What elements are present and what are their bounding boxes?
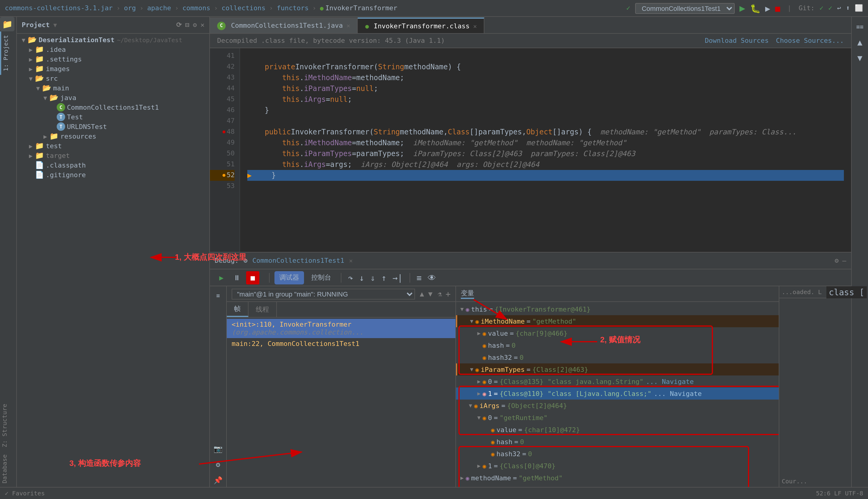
frame-item-0[interactable]: <init>:110, InvokerTransformer (org.apac… — [227, 319, 455, 338]
var-value-1[interactable]: ▶ ◉ value = {char[9]@466} — [456, 327, 779, 339]
evaluate-icon[interactable]: ≡ — [415, 273, 424, 282]
git-undo[interactable]: ↩ — [837, 4, 841, 12]
tree-gitignore[interactable]: 📄 .gitignore — [17, 170, 209, 180]
var-iArgs[interactable]: ▼ ◉ iArgs = {Object[2]@464} — [456, 400, 779, 412]
debug-tab-close[interactable]: ✕ — [349, 257, 353, 264]
coverage-button[interactable]: ▶ — [765, 3, 770, 13]
debugger-tab-btn[interactable]: 调试器 — [274, 271, 304, 284]
debug-right-extra: ...oaded. L Cour... — [779, 286, 851, 487]
resume-btn[interactable]: ▶ — [215, 271, 228, 284]
tree-cc1test[interactable]: C CommonCollections1Test1 — [17, 102, 209, 112]
run-to-cursor-icon[interactable]: →| — [391, 273, 405, 282]
var-iArgs-0-hash[interactable]: ◉ hash = 0 — [456, 436, 779, 448]
code-line-42: private InvokerTransformer(String method… — [247, 61, 844, 72]
editor-debug-area: C CommonCollections1Test1.java ✕ ● Invok… — [210, 17, 851, 487]
thread-filter-icon[interactable]: ⚗ — [438, 290, 442, 298]
structure-tab[interactable]: Z: Structure — [0, 400, 16, 451]
pause-btn[interactable]: ⏸ — [230, 271, 244, 284]
var-methodName[interactable]: ▶ ◉ methodName = "getMethod" — [456, 472, 779, 484]
var-paramTypes[interactable]: ▶ ◉ paramTypes = {Class[2]@463} — [456, 484, 779, 487]
settings2-icon[interactable]: ⚙ — [211, 458, 225, 471]
database-tab[interactable]: Database — [0, 451, 16, 487]
run-config-selector[interactable]: CommonCollections1Test1 — [635, 3, 735, 14]
resources-icon: 📁 — [49, 132, 59, 141]
breadcrumb-jar[interactable]: commons-collections-3.1.jar — [5, 4, 113, 12]
git-push[interactable]: ⬆ — [846, 4, 850, 12]
run-button[interactable]: ▶ — [739, 2, 745, 14]
tree-test-folder[interactable]: ▶ 📁 test — [17, 141, 209, 151]
git-options[interactable]: ⬜ — [855, 4, 863, 12]
threads-tab[interactable]: 线程 — [249, 302, 277, 317]
breadcrumb-collections[interactable]: collections — [222, 4, 266, 12]
var-iArgs-0-hash32[interactable]: ◉ hash32 = 0 — [456, 448, 779, 460]
thread-up-btn[interactable]: ▲ — [418, 290, 426, 298]
project-tab-label[interactable]: 1: Project — [0, 31, 16, 75]
console-tab-btn[interactable]: 控制台 — [307, 271, 336, 284]
breadcrumb-commons[interactable]: commons — [182, 4, 211, 12]
step-out-icon[interactable]: ↑ — [380, 273, 389, 282]
code-line-49: this.iMethodName = methodName; iMethodNa… — [247, 137, 844, 148]
thread-add-icon[interactable]: + — [445, 289, 451, 299]
debug-minimize-icon[interactable]: — — [842, 257, 846, 265]
var-iArgs-0[interactable]: ▼ ◉ 0 = "getRuntime" — [456, 412, 779, 424]
stop-button[interactable]: ■ — [775, 3, 780, 13]
tab-cc1-close[interactable]: ✕ — [346, 22, 350, 29]
thread-selector[interactable]: "main"@1 in group "main": RUNNING — [231, 288, 415, 299]
var-iParamTypes[interactable]: ▼ ◉ iParamTypes = {Class[2]@463} — [456, 363, 779, 376]
frame-item-1[interactable]: main:22, CommonCollections1Test1 — [227, 338, 455, 350]
tree-classpath[interactable]: 📄 .classpath — [17, 160, 209, 170]
tree-root[interactable]: ▼ 📂 DeserializationTest ~/Desktop/JavaTe… — [17, 35, 209, 45]
close-project-panel-icon[interactable]: ✕ — [201, 21, 204, 29]
watch-icon[interactable]: 👁 — [426, 273, 438, 282]
code-content[interactable]: private InvokerTransformer(String method… — [240, 48, 851, 252]
tab-cc1[interactable]: C CommonCollections1Test1.java ✕ — [210, 17, 358, 33]
tree-src[interactable]: ▼ 📂 src — [17, 74, 209, 83]
tree-java[interactable]: ▼ 📂 java — [17, 93, 209, 102]
var-paramTypes-1[interactable]: ▶ ◉ 1 = {Class@110} "class [Ljava.lang.C… — [456, 388, 779, 400]
iParamTypes-icon: ◉ — [475, 366, 479, 373]
choose-sources-link[interactable]: Choose Sources... — [776, 37, 844, 45]
debug-tab-name[interactable]: CommonCollections1Test1 — [252, 257, 344, 265]
variables-tab[interactable]: 变量 — [461, 289, 474, 299]
pin-icon[interactable]: 📌 — [211, 474, 225, 487]
frames-icon[interactable]: ≡ — [211, 289, 225, 302]
breadcrumb-org[interactable]: org — [124, 4, 136, 12]
var-iArgs-1[interactable]: ▶ ◉ 1 = {Class[0]@470} — [456, 460, 779, 472]
project-icon[interactable]: 📁 — [0, 17, 14, 31]
step-into-icon[interactable]: ↓ — [357, 273, 366, 282]
tree-settings[interactable]: ▶ 📁 .settings — [17, 54, 209, 64]
tab-invoker[interactable]: ● InvokerTransformer.class ✕ — [358, 17, 485, 33]
breadcrumb-apache[interactable]: apache — [147, 4, 171, 12]
collapse-all-icon[interactable]: ⊟ — [185, 21, 189, 29]
right-icon-1[interactable]: ≡≡ — [853, 19, 867, 34]
paramTypes-1-nav[interactable]: ... Navigate — [654, 390, 702, 398]
var-iArgs-0-value[interactable]: ◉ value = {char[10]@472} — [456, 424, 779, 436]
debug-run-button[interactable]: 🐛 — [750, 3, 760, 13]
settings-icon[interactable]: ⚙ — [193, 21, 197, 29]
var-hash32-1[interactable]: ◉ hash32 = 0 — [456, 351, 779, 363]
stop-debug-btn[interactable]: ■ — [246, 271, 259, 284]
var-iMethodName[interactable]: ▼ ◉ iMethodName = "getMethod" — [456, 315, 779, 327]
tree-images[interactable]: ▶ 📁 images — [17, 64, 209, 74]
download-sources-link[interactable]: Download Sources — [705, 37, 769, 45]
tree-test-class[interactable]: T Test — [17, 112, 209, 122]
tree-target[interactable]: ▶ 📁 target — [17, 151, 209, 160]
tree-urldns[interactable]: T URLDNSTest — [17, 122, 209, 131]
var-paramTypes-0[interactable]: ▶ ◉ 0 = {Class@135} "class java.lang.Str… — [456, 376, 779, 388]
tree-main[interactable]: ▼ 📂 main — [17, 83, 209, 93]
tree-idea[interactable]: ▶ 📁 .idea — [17, 45, 209, 54]
breadcrumb-functors[interactable]: functors — [277, 4, 309, 12]
var-this[interactable]: ▼ ◉ this = {InvokerTransformer@461} — [456, 303, 779, 315]
sync-icon[interactable]: ⟳ — [176, 21, 181, 29]
tab-invoker-close[interactable]: ✕ — [473, 23, 477, 29]
step-over-icon[interactable]: ↷ — [346, 273, 355, 282]
debug-settings-icon[interactable]: ⚙ — [835, 257, 839, 265]
thread-down-btn[interactable]: ▼ — [427, 290, 434, 298]
force-step-into-icon[interactable]: ⇓ — [369, 273, 377, 282]
right-icon-2[interactable]: ▲ — [853, 35, 867, 49]
tree-resources[interactable]: ▶ 📁 resources — [17, 131, 209, 141]
right-icon-3[interactable]: ▼ — [853, 51, 867, 65]
var-hash-1[interactable]: ◉ hash = 0 — [456, 339, 779, 351]
frames-tab[interactable]: 帧 — [227, 302, 249, 317]
cameras-icon[interactable]: 📷 — [211, 442, 225, 455]
